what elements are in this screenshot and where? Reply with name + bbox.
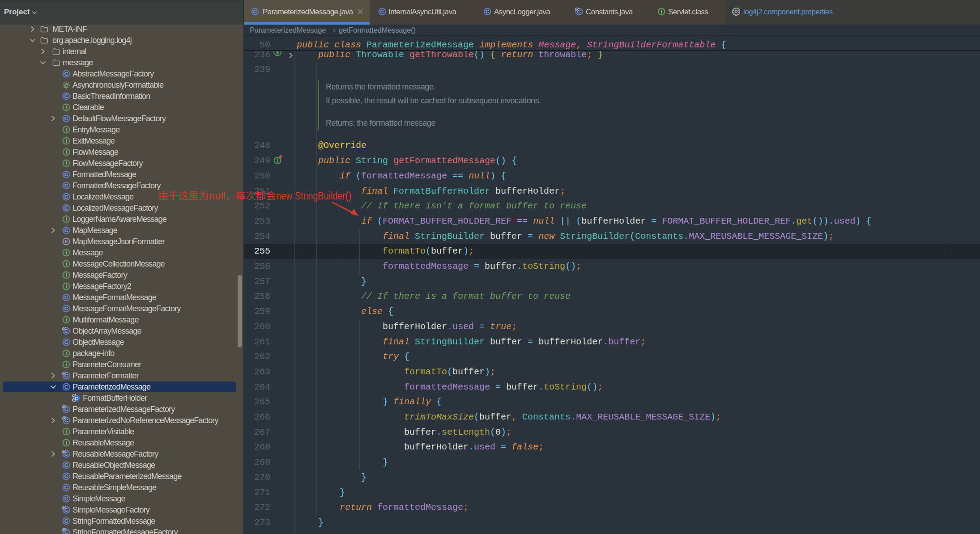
- svg-text:I: I: [65, 284, 67, 289]
- svg-text:C: C: [64, 507, 68, 513]
- svg-text:C: C: [380, 9, 384, 14]
- svg-text:C: C: [577, 9, 581, 14]
- svg-text:I: I: [65, 440, 67, 445]
- svg-text:C: C: [64, 496, 68, 501]
- svg-text:@: @: [64, 82, 68, 88]
- svg-text:C: C: [64, 462, 68, 468]
- svg-text:I: I: [65, 429, 67, 434]
- svg-text:I: I: [65, 250, 67, 255]
- svg-text:I: I: [65, 149, 67, 155]
- svg-text:I: I: [65, 362, 67, 367]
- svg-text:C: C: [64, 93, 68, 99]
- svg-text:C: C: [64, 71, 68, 76]
- svg-text:C: C: [64, 172, 68, 177]
- svg-text:C: C: [64, 194, 68, 199]
- svg-text:C: C: [486, 9, 489, 14]
- svg-text:C: C: [253, 9, 257, 14]
- svg-text:C: C: [64, 116, 68, 121]
- svg-text:I: I: [660, 9, 662, 14]
- svg-text:C: C: [64, 518, 68, 524]
- svg-text:C: C: [64, 407, 68, 412]
- svg-text:C: C: [64, 228, 68, 233]
- svg-text:C: C: [64, 474, 68, 479]
- svg-text:C: C: [64, 418, 68, 423]
- svg-text:I: I: [65, 105, 67, 110]
- svg-text:C: C: [64, 183, 68, 188]
- svg-text:C: C: [64, 295, 68, 300]
- svg-text:C: C: [64, 328, 68, 334]
- svg-text:C: C: [64, 339, 68, 345]
- svg-text:C: C: [64, 451, 68, 457]
- svg-text:C: C: [64, 384, 68, 390]
- svg-text:I: I: [65, 261, 67, 267]
- svg-text:I: I: [65, 351, 67, 356]
- svg-text:C: C: [64, 485, 68, 490]
- svg-text:C: C: [64, 205, 68, 211]
- svg-text:I: I: [65, 161, 67, 166]
- svg-text:I: I: [65, 127, 67, 132]
- svg-text:C: C: [64, 306, 68, 311]
- svg-text:I: I: [65, 317, 67, 322]
- svg-text:I: I: [65, 216, 67, 222]
- svg-text:I: I: [65, 138, 67, 144]
- svg-text:C: C: [64, 373, 68, 378]
- svg-text:I: I: [65, 272, 67, 278]
- svg-text:E: E: [64, 239, 68, 244]
